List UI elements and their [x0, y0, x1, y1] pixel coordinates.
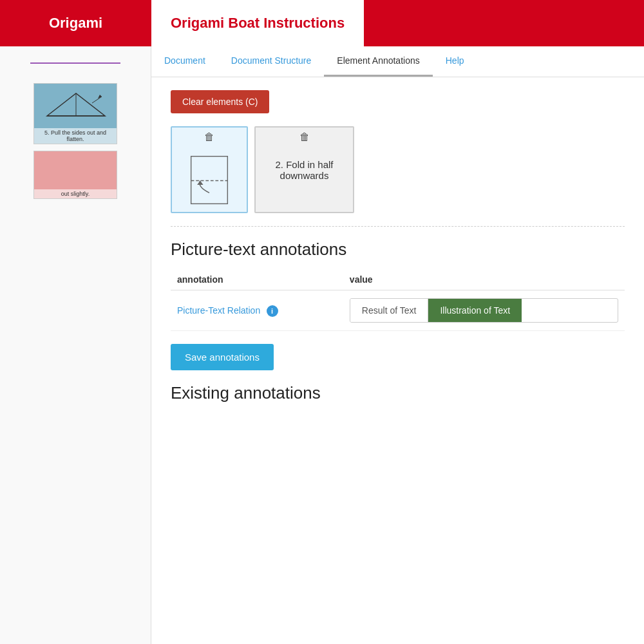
- document-title-tab: Origami Boat Instructions: [151, 0, 364, 46]
- annotation-col-header: annotation: [171, 269, 343, 290]
- annotations-table: annotation value Picture-Text Relation i: [171, 269, 625, 331]
- svg-line-3: [92, 97, 102, 103]
- boat-svg: [41, 87, 111, 126]
- tab-element-annotations[interactable]: Element Annotations: [324, 46, 432, 77]
- tabs-bar: Document Document Structure Element Anno…: [151, 46, 644, 77]
- picture-text-relation-row: Picture-Text Relation i Result of Text: [171, 290, 625, 331]
- app-header: Origami Origami Boat Instructions: [0, 0, 644, 46]
- thumb1-label: 5. Pull the sides out and flatten.: [34, 128, 117, 144]
- value-cell: Result of Text Illustration of Text: [343, 290, 625, 331]
- sidebar-thumbnails: 5. Pull the sides out and flatten. out s…: [0, 77, 151, 205]
- thumb2-label: out slightly.: [34, 189, 117, 198]
- main-layout: 5. Pull the sides out and flatten. out s…: [0, 46, 644, 644]
- info-icon[interactable]: i: [267, 305, 278, 317]
- svg-rect-5: [191, 156, 228, 204]
- text-element-card[interactable]: 🗑 2. Fold in half downwards: [254, 126, 354, 213]
- value-col-header: value: [343, 269, 625, 290]
- annotation-cell: Picture-Text Relation i: [171, 290, 343, 331]
- picture-text-relation-link[interactable]: Picture-Text Relation: [177, 305, 260, 316]
- existing-annotations-title: Existing annotations: [171, 383, 625, 403]
- tab-help[interactable]: Help: [433, 46, 477, 77]
- image-trash-icon[interactable]: 🗑: [204, 131, 214, 143]
- sidebar-divider: [30, 62, 120, 64]
- element-annotations-panel: Clear elements (C) 🗑: [151, 77, 644, 416]
- fold-illustration-svg: [184, 153, 235, 208]
- sidebar-thumb-2[interactable]: out slightly.: [33, 151, 117, 199]
- tab-document[interactable]: Document: [151, 46, 218, 77]
- content-area: Document Document Structure Element Anno…: [151, 46, 644, 644]
- app-logo: Origami: [0, 15, 151, 32]
- text-element-content: 2. Fold in half downwards: [256, 159, 353, 181]
- selected-elements-row: 🗑: [171, 126, 625, 227]
- save-annotations-button[interactable]: Save annotations: [171, 344, 274, 370]
- svg-marker-7: [197, 181, 203, 185]
- illustration-of-text-button[interactable]: Illustration of Text: [428, 299, 522, 322]
- picture-text-section-title: Picture-text annotations: [171, 240, 625, 260]
- clear-elements-button[interactable]: Clear elements (C): [171, 90, 269, 113]
- image-element-card[interactable]: 🗑: [171, 126, 248, 213]
- document-title: Origami Boat Instructions: [171, 15, 345, 32]
- text-trash-icon[interactable]: 🗑: [299, 131, 310, 143]
- sidebar: 5. Pull the sides out and flatten. out s…: [0, 46, 151, 644]
- image-thumbnail: [184, 149, 235, 212]
- sidebar-thumb-1[interactable]: 5. Pull the sides out and flatten.: [33, 83, 117, 144]
- tab-document-structure[interactable]: Document Structure: [218, 46, 325, 77]
- picture-text-toggle-group: Result of Text Illustration of Text: [350, 298, 618, 323]
- result-of-text-button[interactable]: Result of Text: [350, 299, 428, 322]
